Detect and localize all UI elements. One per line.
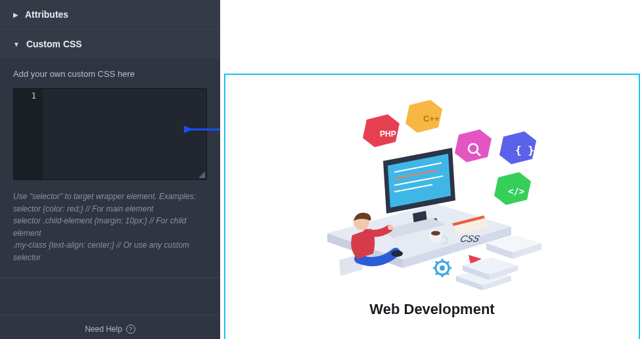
- panel-attributes: ▶ Attributes: [0, 0, 220, 30]
- panel-attributes-header[interactable]: ▶ Attributes: [0, 0, 220, 29]
- badge-slash-icon: </>: [494, 172, 531, 205]
- web-development-illustration: C++ PHP { } </>: [321, 99, 544, 296]
- widget-content: C++ PHP { } </>: [321, 99, 544, 318]
- panel-custom-css-header[interactable]: ▼ Custom CSS: [0, 30, 220, 58]
- need-help-link[interactable]: Need Help ?: [85, 325, 135, 334]
- svg-line-32: [436, 261, 438, 263]
- resize-handle-icon[interactable]: [197, 170, 205, 178]
- svg-point-24: [391, 250, 403, 257]
- need-help-label: Need Help: [85, 325, 122, 334]
- editor-line-number: 1: [14, 91, 43, 101]
- svg-line-35: [447, 273, 449, 275]
- svg-text:C++: C++: [423, 114, 440, 124]
- custom-css-hint: Use "selector" to target wrapper element…: [13, 191, 207, 264]
- svg-text:CSS: CSS: [459, 233, 481, 244]
- custom-css-description: Add your own custom CSS here: [13, 69, 207, 79]
- panel-attributes-title: Attributes: [25, 9, 68, 20]
- custom-css-editor: 1: [13, 88, 207, 180]
- preview-canvas: C++ PHP { } </>: [220, 0, 644, 339]
- svg-text:</>: </>: [508, 186, 524, 196]
- panel-custom-css-body: Add your own custom CSS here 1 Use "sele…: [0, 58, 220, 277]
- sidebar-footer: Need Help ?: [0, 315, 220, 339]
- badge-php-icon: PHP: [363, 114, 400, 147]
- editor-gutter: 1: [14, 89, 43, 179]
- svg-line-33: [447, 261, 449, 263]
- editor-sidebar: ▶ Attributes ▼ Custom CSS Add your own c…: [0, 0, 220, 339]
- svg-point-25: [388, 225, 393, 230]
- chevron-down-icon: ▼: [13, 41, 20, 48]
- badge-cpp-icon: C++: [405, 100, 442, 133]
- help-icon: ?: [126, 325, 135, 334]
- svg-point-19: [431, 231, 440, 236]
- custom-css-textarea[interactable]: [43, 89, 206, 179]
- panel-custom-css-title: Custom CSS: [26, 39, 82, 49]
- chevron-right-icon: ▶: [13, 11, 18, 18]
- svg-point-36: [440, 265, 445, 271]
- gear-icon: [433, 259, 451, 277]
- illustration-svg: C++ PHP { } </>: [321, 99, 544, 296]
- badge-braces-icon: { }: [499, 131, 536, 164]
- widget-caption: Web Development: [321, 301, 544, 318]
- paper-stack-icon: CSS: [456, 233, 541, 290]
- svg-line-34: [436, 273, 438, 275]
- svg-text:{ }: { }: [515, 144, 534, 156]
- panel-custom-css: ▼ Custom CSS Add your own custom CSS her…: [0, 30, 220, 278]
- svg-text:PHP: PHP: [380, 129, 396, 139]
- badge-search-icon: [455, 129, 492, 162]
